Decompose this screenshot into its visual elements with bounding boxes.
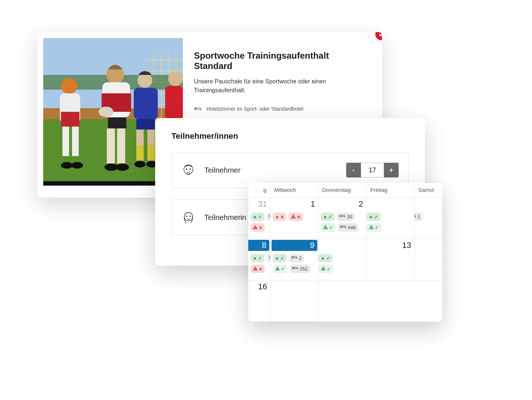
- check-icon: [281, 266, 285, 272]
- feature-text: Hotelzimmer im Sport- oder Standardhotel: [207, 106, 303, 112]
- svg-rect-22: [107, 128, 115, 163]
- availability-badge: 30: [337, 213, 355, 221]
- selected-check-icon: [375, 32, 382, 40]
- increment-button[interactable]: +: [384, 163, 399, 177]
- star-icon: [253, 255, 257, 261]
- day-number: 13: [402, 241, 411, 250]
- svg-point-43: [186, 169, 187, 169]
- badges-container: [318, 254, 364, 273]
- bed-icon: [292, 266, 298, 272]
- check-icon: [258, 214, 262, 220]
- availability-badge: [250, 265, 265, 273]
- calendar-cell[interactable]: 13: [366, 239, 415, 280]
- decrement-button[interactable]: -: [346, 163, 361, 177]
- day-number: 31: [258, 199, 267, 209]
- svg-point-33: [168, 71, 183, 86]
- check-icon: [258, 255, 262, 261]
- availability-badge: [250, 213, 265, 221]
- star-icon: [275, 214, 279, 220]
- bed-count: 30: [347, 214, 352, 220]
- availability-badge: 352: [290, 265, 310, 273]
- check-icon: [374, 214, 378, 220]
- calendar-cell[interactable]: [270, 280, 318, 322]
- day-number: 2: [359, 199, 363, 209]
- badges-container: [273, 213, 316, 221]
- triangle-icon: [253, 225, 258, 230]
- svg-point-44: [190, 169, 191, 169]
- svg-point-47: [190, 216, 191, 217]
- calendar-header-partial: Samst: [415, 183, 442, 198]
- availability-badge: [318, 265, 333, 273]
- calendar-cell[interactable]: 31 2: [248, 198, 270, 239]
- calendar-cell[interactable]: 2 30 448: [318, 198, 366, 239]
- check-icon: [375, 225, 379, 230]
- availability-badge: [318, 254, 332, 262]
- day-number: 16: [258, 282, 267, 292]
- star-icon: [275, 255, 279, 261]
- bed-icon: [340, 214, 345, 220]
- day-number: 8: [248, 240, 269, 251]
- bed-count: 352: [300, 266, 308, 272]
- badges-container: 30 448: [321, 213, 364, 232]
- bed-icon: [415, 214, 416, 220]
- svg-rect-16: [62, 127, 69, 156]
- check-icon: [327, 266, 331, 272]
- cross-icon: [259, 266, 262, 272]
- triangle-icon: [275, 266, 280, 272]
- availability-badge: [273, 213, 286, 221]
- bed-count: 2: [299, 255, 301, 261]
- star-icon: [369, 214, 373, 220]
- triangle-icon: [291, 214, 296, 220]
- star-icon: [321, 255, 325, 261]
- availability-badge: 1: [415, 213, 423, 221]
- cross-icon: [259, 225, 262, 230]
- triangle-icon: [321, 266, 325, 272]
- svg-rect-21: [108, 117, 126, 128]
- availability-badge: [273, 254, 287, 262]
- calendar-cell[interactable]: 16: [248, 280, 270, 322]
- bed-icon: [194, 105, 202, 113]
- svg-point-34: [61, 162, 73, 169]
- star-icon: [253, 214, 257, 220]
- triangle-icon: [253, 266, 258, 272]
- availability-badge: [273, 265, 287, 273]
- svg-rect-23: [117, 128, 125, 163]
- svg-point-46: [186, 216, 187, 217]
- check-icon: [328, 214, 332, 220]
- package-description: Unsere Pauschale für eine Sportwoche ode…: [194, 77, 367, 95]
- svg-point-24: [99, 107, 113, 117]
- participant-label: Teilnehmer: [204, 166, 337, 175]
- calendar-cell[interactable]: 6 1: [415, 198, 442, 239]
- svg-point-37: [116, 163, 129, 171]
- calendar-cell[interactable]: 9 2 352: [270, 239, 318, 280]
- bed-count: 1: [417, 214, 420, 220]
- availability-badge: 448: [338, 223, 358, 232]
- bed-count: 448: [348, 225, 356, 230]
- availability-badge: [250, 254, 265, 262]
- svg-rect-15: [61, 112, 79, 127]
- svg-point-25: [137, 73, 152, 88]
- availability-badge: [366, 223, 381, 232]
- calendar-cell[interactable]: 8 1: [248, 239, 270, 280]
- calendar-cell[interactable]: 14: [415, 239, 442, 280]
- availability-badge: [289, 213, 303, 221]
- star-icon: [323, 214, 327, 220]
- availability-badge: [321, 223, 335, 232]
- calendar-cell[interactable]: [366, 198, 415, 239]
- calendar-card: gMittwochDonnerstagFreitagSamst30 31 2 1…: [248, 183, 442, 322]
- day-number: 1: [311, 199, 315, 209]
- check-icon: [280, 255, 284, 261]
- svg-rect-31: [147, 145, 155, 161]
- person-female-icon: [181, 210, 195, 224]
- calendar-cell[interactable]: 1: [270, 198, 318, 239]
- svg-point-38: [134, 161, 146, 168]
- calendar-header: Freitag: [366, 183, 415, 198]
- calendar-cell[interactable]: [318, 239, 366, 280]
- svg-rect-27: [136, 119, 155, 130]
- svg-rect-32: [165, 86, 183, 119]
- package-title: Sportwoche Trainingsaufenthalt Standard: [194, 51, 367, 71]
- cross-icon: [280, 214, 284, 220]
- day-number: 9: [272, 240, 317, 251]
- availability-badge: [366, 213, 381, 221]
- quantity-value: 17: [361, 163, 384, 177]
